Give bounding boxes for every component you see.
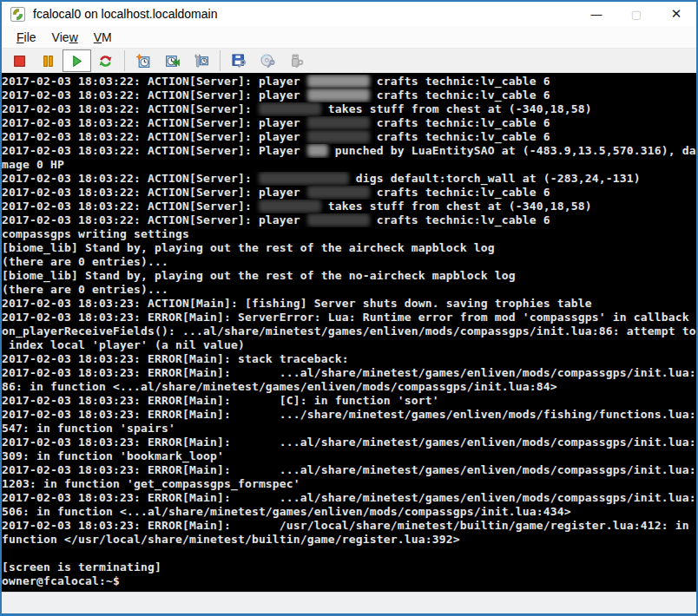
terminal-line: 2017-02-03 18:03:22: ACTION[Server]: pla… [2, 186, 696, 200]
terminal-line: 2017-02-03 18:03:23: ERROR[Main]: ...al/… [2, 491, 696, 505]
terminal-line: compassgps writing settings [2, 227, 696, 241]
floppy-settings-button[interactable] [225, 49, 254, 72]
terminal-line: index local 'player' (a nil value) [2, 338, 696, 352]
redacted-player-name: █████████ [307, 75, 370, 88]
terminal-line: 2017-02-03 18:03:22: ACTION[Server]: ▓▓▓… [2, 200, 696, 213]
revert-snapshot-button[interactable] [158, 49, 187, 72]
pause-icon [41, 54, 56, 69]
vmware-console-icon [10, 7, 25, 22]
window-title: fcalocal0 on localhost.localdomain [33, 7, 576, 21]
toolbar-separator [220, 50, 221, 71]
vm-console-screen[interactable]: 2017-02-03 18:03:22: ACTION[Server]: pla… [2, 73, 696, 592]
terminal-line: 2017-02-03 18:03:23: ERROR[Main]: ...al/… [2, 436, 696, 449]
reset-button[interactable] [91, 49, 120, 72]
manage-snapshots-button[interactable] [187, 49, 215, 72]
vm-console-window: fcalocal0 on localhost.localdomain — ▢ ✕… [0, 0, 698, 616]
terminal-line: 2017-02-03 18:03:22: ACTION[Server]: ▓▓▓… [2, 102, 696, 116]
terminal-line: 2017-02-03 18:03:22: ACTION[Server]: pla… [2, 213, 696, 227]
redacted-player-name: ▓▓▓▓▓▓▓▓▓▓▓▓▓ [259, 172, 349, 185]
terminal-line: 2017-02-03 18:03:22: ACTION[Server]: pla… [2, 116, 696, 130]
snapshot-manage-icon [194, 54, 208, 69]
redacted-player-name: ▓▓▓▓▓▓▓▓▓ [259, 102, 321, 115]
snapshot-revert-icon [165, 54, 180, 69]
terminal-line: (there are 0 entries)... [2, 283, 696, 297]
terminal-line: 2017-02-03 18:03:22: ACTION[Server]: pla… [2, 75, 696, 88]
terminal-line: 86: in function <...al/share/minetest/ga… [2, 380, 696, 394]
reset-icon [98, 54, 113, 69]
power-on-button[interactable] [63, 49, 91, 72]
take-snapshot-button[interactable] [129, 49, 158, 72]
terminal-line: (there are 0 entries)... [2, 255, 696, 269]
terminal-line: 2017-02-03 18:03:23: ERROR[Main]: stack … [2, 352, 696, 366]
terminal-line: 2017-02-03 18:03:22: ACTION[Server]: ▓▓▓… [2, 172, 696, 186]
terminal-line: 309: in function 'bookmark_loop' [2, 449, 696, 463]
terminal-line: 2017-02-03 18:03:22: ACTION[Server]: pla… [2, 130, 696, 144]
menu-bar: FileViewVM [2, 26, 696, 48]
redacted-player-name: ▓▓▓▓▓▓▓▓▓ [259, 200, 321, 213]
status-bar [2, 592, 696, 613]
title-bar: fcalocal0 on localhost.localdomain — ▢ ✕ [2, 2, 696, 26]
terminal-line: 2017-02-03 18:03:23: ERROR[Main]: Server… [2, 311, 696, 324]
redacted-player-name: ▓▓▓▓▓▓▓▓▓ [307, 116, 370, 129]
redacted-player-name: █████████ [307, 88, 370, 102]
close-button[interactable]: ✕ [656, 2, 696, 26]
terminal-line: owner@fcalocal:~$ [2, 574, 696, 588]
window-controls: — ▢ ✕ [576, 2, 696, 26]
play-icon [69, 54, 84, 69]
terminal-line: 2017-02-03 18:03:23: ACTION[Main]: [fish… [2, 297, 696, 311]
redacted-player-name: ▓▓▓▓▓▓▓▓▓ [307, 186, 370, 199]
terminal-line: [biome_lib] Stand by, playing out the re… [2, 269, 696, 283]
menu-file[interactable]: File [9, 28, 44, 47]
terminal-line: 2017-02-03 18:03:23: ERROR[Main]: /usr/l… [2, 519, 696, 533]
redacted-player-name: ███ [307, 144, 328, 157]
terminal-line: 2017-02-03 18:03:22: ACTION[Server]: Pla… [2, 144, 696, 158]
terminal-line: [biome_lib] Stand by, playing out the re… [2, 241, 696, 255]
terminal-line: 2017-02-03 18:03:23: ERROR[Main]: ...al/… [2, 463, 696, 477]
terminal-line [2, 547, 696, 560]
stop-icon [12, 54, 27, 69]
terminal-line: 547: in function 'spairs' [2, 422, 696, 436]
suspend-button[interactable] [34, 49, 63, 72]
usb-settings-button [282, 49, 311, 72]
maximize-button[interactable]: ▢ [616, 2, 656, 26]
power-off-button[interactable] [5, 49, 34, 72]
terminal-line: [screen is terminating] [2, 560, 696, 574]
terminal-line: mage 0 HP [2, 158, 696, 172]
terminal-line: 2017-02-03 18:03:23: ERROR[Main]: .../sh… [2, 408, 696, 422]
terminal-line: 2017-02-03 18:03:23: ERROR[Main]: ...al/… [2, 366, 696, 380]
floppy-wrench-icon [232, 54, 247, 69]
redacted-player-name: ▓▓▓▓▓▓▓▓▓ [307, 213, 370, 226]
usb-wrench-icon [289, 54, 304, 69]
cd-wrench-icon [260, 54, 275, 69]
minimize-button[interactable]: — [576, 2, 616, 26]
snapshot-new-icon [136, 54, 151, 69]
terminal-line: function </usr/local/share/minetest/buil… [2, 533, 696, 547]
menu-view[interactable]: View [44, 28, 86, 47]
redacted-player-name: ▓▓▓▓▓▓▓▓▓ [307, 130, 370, 143]
cdrom-settings-button[interactable] [254, 49, 282, 72]
terminal-line: 2017-02-03 18:03:23: ERROR[Main]: [C]: i… [2, 394, 696, 408]
terminal-line: 506: in function <...al/share/minetest/g… [2, 505, 696, 519]
terminal-line: 1203: in function 'get_compassgps_formsp… [2, 477, 696, 491]
menu-vm[interactable]: VM [86, 28, 120, 47]
terminal-line: on_playerReceiveFields(): ...al/share/mi… [2, 324, 696, 338]
toolbar-separator [124, 50, 125, 71]
terminal-line: 2017-02-03 18:03:22: ACTION[Server]: pla… [2, 88, 696, 102]
tool-bar [2, 48, 696, 73]
